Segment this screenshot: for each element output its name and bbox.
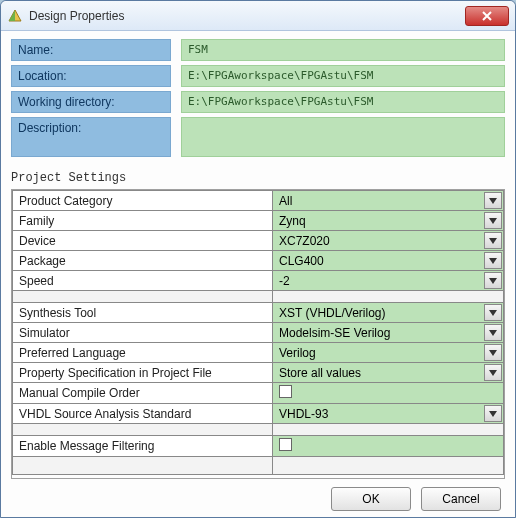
top-form: Name: FSM Location: E:\FPGAworkspace\FPG… <box>11 39 505 157</box>
table-row: Enable Message Filtering <box>13 436 504 457</box>
close-icon <box>482 11 492 21</box>
dropdown-button[interactable] <box>484 405 502 422</box>
checkbox[interactable] <box>279 385 292 398</box>
settings-grid: Product Category All Family Zynq Device … <box>11 189 505 479</box>
prop-key: Device <box>13 231 273 251</box>
chevron-down-icon <box>489 278 497 284</box>
ok-button[interactable]: OK <box>331 487 411 511</box>
description-label: Description: <box>11 117 171 157</box>
table-row: Preferred Language Verilog <box>13 343 504 363</box>
chevron-down-icon <box>489 350 497 356</box>
checkbox[interactable] <box>279 438 292 451</box>
prop-key: Speed <box>13 271 273 291</box>
working-directory-label: Working directory: <box>11 91 171 113</box>
table-row: Family Zynq <box>13 211 504 231</box>
prop-key: Preferred Language <box>13 343 273 363</box>
table-row: Synthesis Tool XST (VHDL/Verilog) <box>13 303 504 323</box>
app-icon <box>7 8 23 24</box>
chevron-down-icon <box>489 370 497 376</box>
location-label: Location: <box>11 65 171 87</box>
dialog-content: Name: FSM Location: E:\FPGAworkspace\FPG… <box>1 31 515 517</box>
button-row: OK Cancel <box>11 479 505 513</box>
prop-key: Synthesis Tool <box>13 303 273 323</box>
prop-value[interactable]: Store all values <box>273 363 504 383</box>
prop-key: Simulator <box>13 323 273 343</box>
prop-key: VHDL Source Analysis Standard <box>13 404 273 424</box>
chevron-down-icon <box>489 411 497 417</box>
prop-key: Enable Message Filtering <box>13 436 273 457</box>
spacer-row <box>13 457 504 475</box>
section-title: Project Settings <box>11 171 505 185</box>
dropdown-button[interactable] <box>484 232 502 249</box>
table-row: Device XC7Z020 <box>13 231 504 251</box>
prop-value[interactable]: XC7Z020 <box>273 231 504 251</box>
prop-value[interactable]: VHDL-93 <box>273 404 504 424</box>
close-button[interactable] <box>465 6 509 26</box>
chevron-down-icon <box>489 330 497 336</box>
prop-value[interactable] <box>273 436 504 457</box>
title-bar: Design Properties <box>1 1 515 31</box>
dropdown-button[interactable] <box>484 212 502 229</box>
table-row: Package CLG400 <box>13 251 504 271</box>
location-value: E:\FPGAworkspace\FPGAstu\FSM <box>181 65 505 87</box>
cancel-button[interactable]: Cancel <box>421 487 501 511</box>
settings-table: Product Category All Family Zynq Device … <box>12 190 504 475</box>
prop-value[interactable]: Verilog <box>273 343 504 363</box>
prop-value[interactable] <box>273 383 504 404</box>
dropdown-button[interactable] <box>484 272 502 289</box>
prop-value[interactable]: -2 <box>273 271 504 291</box>
dialog-window: Design Properties Name: FSM Location: E:… <box>0 0 516 518</box>
prop-value[interactable]: CLG400 <box>273 251 504 271</box>
table-row: Manual Compile Order <box>13 383 504 404</box>
table-row: Speed -2 <box>13 271 504 291</box>
table-row: VHDL Source Analysis Standard VHDL-93 <box>13 404 504 424</box>
window-title: Design Properties <box>29 9 465 23</box>
name-label: Name: <box>11 39 171 61</box>
dropdown-button[interactable] <box>484 304 502 321</box>
prop-key: Product Category <box>13 191 273 211</box>
prop-value[interactable]: All <box>273 191 504 211</box>
prop-key: Family <box>13 211 273 231</box>
prop-value[interactable]: XST (VHDL/Verilog) <box>273 303 504 323</box>
description-value[interactable] <box>181 117 505 157</box>
chevron-down-icon <box>489 198 497 204</box>
prop-value[interactable]: Modelsim-SE Verilog <box>273 323 504 343</box>
dropdown-button[interactable] <box>484 252 502 269</box>
dropdown-button[interactable] <box>484 324 502 341</box>
spacer-row <box>13 424 504 436</box>
prop-key: Property Specification in Project File <box>13 363 273 383</box>
table-row: Product Category All <box>13 191 504 211</box>
dropdown-button[interactable] <box>484 192 502 209</box>
dropdown-button[interactable] <box>484 364 502 381</box>
table-row: Property Specification in Project File S… <box>13 363 504 383</box>
dropdown-button[interactable] <box>484 344 502 361</box>
chevron-down-icon <box>489 218 497 224</box>
settings-scroll[interactable]: Product Category All Family Zynq Device … <box>12 190 504 478</box>
prop-key: Package <box>13 251 273 271</box>
chevron-down-icon <box>489 258 497 264</box>
spacer-row <box>13 291 504 303</box>
working-directory-value: E:\FPGAworkspace\FPGAstu\FSM <box>181 91 505 113</box>
prop-key: Manual Compile Order <box>13 383 273 404</box>
table-row: Simulator Modelsim-SE Verilog <box>13 323 504 343</box>
chevron-down-icon <box>489 310 497 316</box>
chevron-down-icon <box>489 238 497 244</box>
prop-value[interactable]: Zynq <box>273 211 504 231</box>
name-value[interactable]: FSM <box>181 39 505 61</box>
